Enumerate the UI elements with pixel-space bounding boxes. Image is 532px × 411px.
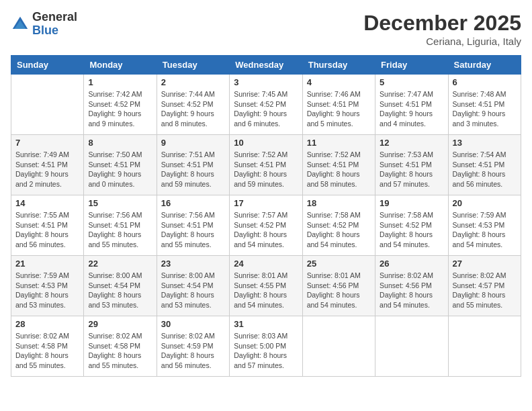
day-cell: 13Sunrise: 7:54 AM Sunset: 4:51 PM Dayli… <box>448 135 521 195</box>
week-row-5: 28Sunrise: 8:02 AM Sunset: 4:58 PM Dayli… <box>11 316 521 377</box>
day-info: Sunrise: 7:51 AM Sunset: 4:51 PM Dayligh… <box>161 150 225 189</box>
day-number: 10 <box>234 138 298 148</box>
day-number: 23 <box>161 259 225 269</box>
day-number: 26 <box>380 259 443 269</box>
week-row-1: 1Sunrise: 7:42 AM Sunset: 4:52 PM Daylig… <box>11 75 521 135</box>
day-cell: 12Sunrise: 7:53 AM Sunset: 4:51 PM Dayli… <box>375 135 448 195</box>
day-number: 1 <box>88 77 152 87</box>
day-number: 25 <box>307 259 371 269</box>
header-cell-monday: Monday <box>84 56 157 75</box>
day-number: 28 <box>15 319 79 329</box>
day-info: Sunrise: 8:03 AM Sunset: 5:00 PM Dayligh… <box>234 331 298 371</box>
location: Ceriana, Liguria, Italy <box>363 36 521 47</box>
day-number: 21 <box>15 259 79 269</box>
day-cell: 22Sunrise: 8:00 AM Sunset: 4:54 PM Dayli… <box>84 256 157 316</box>
day-number: 16 <box>161 198 225 208</box>
day-info: Sunrise: 7:47 AM Sunset: 4:51 PM Dayligh… <box>380 89 443 129</box>
day-info: Sunrise: 7:52 AM Sunset: 4:51 PM Dayligh… <box>307 150 371 189</box>
day-cell: 1Sunrise: 7:42 AM Sunset: 4:52 PM Daylig… <box>84 75 157 135</box>
header-cell-sunday: Sunday <box>11 56 84 75</box>
day-number: 27 <box>453 259 517 269</box>
day-cell: 6Sunrise: 7:48 AM Sunset: 4:51 PM Daylig… <box>448 75 521 135</box>
day-cell: 9Sunrise: 7:51 AM Sunset: 4:51 PM Daylig… <box>157 135 229 195</box>
week-row-3: 14Sunrise: 7:55 AM Sunset: 4:51 PM Dayli… <box>11 195 521 256</box>
week-row-4: 21Sunrise: 7:59 AM Sunset: 4:53 PM Dayli… <box>11 256 521 316</box>
day-number: 4 <box>307 77 371 87</box>
day-number: 22 <box>88 259 152 269</box>
day-number: 13 <box>453 138 517 148</box>
calendar-table: SundayMondayTuesdayWednesdayThursdayFrid… <box>11 55 521 377</box>
day-info: Sunrise: 7:56 AM Sunset: 4:51 PM Dayligh… <box>161 210 225 250</box>
day-number: 20 <box>453 198 517 208</box>
day-cell: 25Sunrise: 8:01 AM Sunset: 4:56 PM Dayli… <box>302 256 375 316</box>
day-number: 5 <box>380 77 443 87</box>
day-number: 19 <box>380 198 443 208</box>
day-number: 18 <box>307 198 371 208</box>
day-cell <box>448 316 521 377</box>
day-info: Sunrise: 7:59 AM Sunset: 4:53 PM Dayligh… <box>15 271 79 310</box>
day-number: 24 <box>234 259 298 269</box>
day-number: 3 <box>234 77 298 87</box>
day-number: 31 <box>234 319 298 329</box>
logo-blue: Blue <box>32 24 77 38</box>
day-info: Sunrise: 8:02 AM Sunset: 4:58 PM Dayligh… <box>15 331 79 371</box>
day-number: 30 <box>161 319 225 329</box>
day-info: Sunrise: 7:54 AM Sunset: 4:51 PM Dayligh… <box>453 150 517 189</box>
day-number: 12 <box>380 138 443 148</box>
logo-icon <box>11 15 30 34</box>
header-cell-friday: Friday <box>375 56 448 75</box>
day-info: Sunrise: 7:58 AM Sunset: 4:52 PM Dayligh… <box>380 210 443 250</box>
day-cell: 17Sunrise: 7:57 AM Sunset: 4:52 PM Dayli… <box>230 195 302 256</box>
page-header: General Blue December 2025 Ceriana, Ligu… <box>11 11 521 47</box>
day-cell: 19Sunrise: 7:58 AM Sunset: 4:52 PM Dayli… <box>375 195 448 256</box>
day-info: Sunrise: 7:48 AM Sunset: 4:51 PM Dayligh… <box>453 89 517 129</box>
day-info: Sunrise: 7:45 AM Sunset: 4:52 PM Dayligh… <box>234 89 298 129</box>
day-info: Sunrise: 8:01 AM Sunset: 4:56 PM Dayligh… <box>307 271 371 310</box>
day-cell: 8Sunrise: 7:50 AM Sunset: 4:51 PM Daylig… <box>84 135 157 195</box>
day-cell: 3Sunrise: 7:45 AM Sunset: 4:52 PM Daylig… <box>230 75 302 135</box>
day-info: Sunrise: 7:57 AM Sunset: 4:52 PM Dayligh… <box>234 210 298 250</box>
day-info: Sunrise: 7:53 AM Sunset: 4:51 PM Dayligh… <box>380 150 443 189</box>
day-info: Sunrise: 7:44 AM Sunset: 4:52 PM Dayligh… <box>161 89 225 129</box>
day-number: 9 <box>161 138 225 148</box>
day-cell: 11Sunrise: 7:52 AM Sunset: 4:51 PM Dayli… <box>302 135 375 195</box>
day-cell: 21Sunrise: 7:59 AM Sunset: 4:53 PM Dayli… <box>11 256 84 316</box>
title-block: December 2025 Ceriana, Liguria, Italy <box>363 11 521 47</box>
day-number: 29 <box>88 319 152 329</box>
day-cell <box>302 316 375 377</box>
day-cell <box>11 75 84 135</box>
logo-general: General <box>32 11 77 24</box>
day-info: Sunrise: 8:02 AM Sunset: 4:58 PM Dayligh… <box>88 331 152 371</box>
logo-text: General Blue <box>32 11 77 38</box>
day-info: Sunrise: 8:02 AM Sunset: 4:59 PM Dayligh… <box>161 331 225 371</box>
day-info: Sunrise: 7:55 AM Sunset: 4:51 PM Dayligh… <box>15 210 79 250</box>
day-info: Sunrise: 7:42 AM Sunset: 4:52 PM Dayligh… <box>88 89 152 129</box>
day-info: Sunrise: 7:56 AM Sunset: 4:51 PM Dayligh… <box>88 210 152 250</box>
month-title: December 2025 <box>363 11 521 36</box>
day-info: Sunrise: 7:50 AM Sunset: 4:51 PM Dayligh… <box>88 150 152 189</box>
day-cell: 2Sunrise: 7:44 AM Sunset: 4:52 PM Daylig… <box>157 75 229 135</box>
day-number: 6 <box>453 77 517 87</box>
day-info: Sunrise: 7:46 AM Sunset: 4:51 PM Dayligh… <box>307 89 371 129</box>
day-cell: 16Sunrise: 7:56 AM Sunset: 4:51 PM Dayli… <box>157 195 229 256</box>
logo: General Blue <box>11 11 77 38</box>
header-cell-saturday: Saturday <box>448 56 521 75</box>
day-cell: 30Sunrise: 8:02 AM Sunset: 4:59 PM Dayli… <box>157 316 229 377</box>
day-number: 14 <box>15 198 79 208</box>
day-cell: 18Sunrise: 7:58 AM Sunset: 4:52 PM Dayli… <box>302 195 375 256</box>
week-row-2: 7Sunrise: 7:49 AM Sunset: 4:51 PM Daylig… <box>11 135 521 195</box>
day-info: Sunrise: 8:02 AM Sunset: 4:57 PM Dayligh… <box>453 271 517 310</box>
day-cell: 28Sunrise: 8:02 AM Sunset: 4:58 PM Dayli… <box>11 316 84 377</box>
day-cell: 27Sunrise: 8:02 AM Sunset: 4:57 PM Dayli… <box>448 256 521 316</box>
day-cell: 29Sunrise: 8:02 AM Sunset: 4:58 PM Dayli… <box>84 316 157 377</box>
day-number: 8 <box>88 138 152 148</box>
day-cell: 7Sunrise: 7:49 AM Sunset: 4:51 PM Daylig… <box>11 135 84 195</box>
day-cell: 4Sunrise: 7:46 AM Sunset: 4:51 PM Daylig… <box>302 75 375 135</box>
header-cell-wednesday: Wednesday <box>230 56 302 75</box>
day-number: 15 <box>88 198 152 208</box>
day-info: Sunrise: 7:49 AM Sunset: 4:51 PM Dayligh… <box>15 150 79 189</box>
day-info: Sunrise: 8:00 AM Sunset: 4:54 PM Dayligh… <box>88 271 152 310</box>
header-cell-thursday: Thursday <box>302 56 375 75</box>
header-cell-tuesday: Tuesday <box>157 56 229 75</box>
day-number: 2 <box>161 77 225 87</box>
